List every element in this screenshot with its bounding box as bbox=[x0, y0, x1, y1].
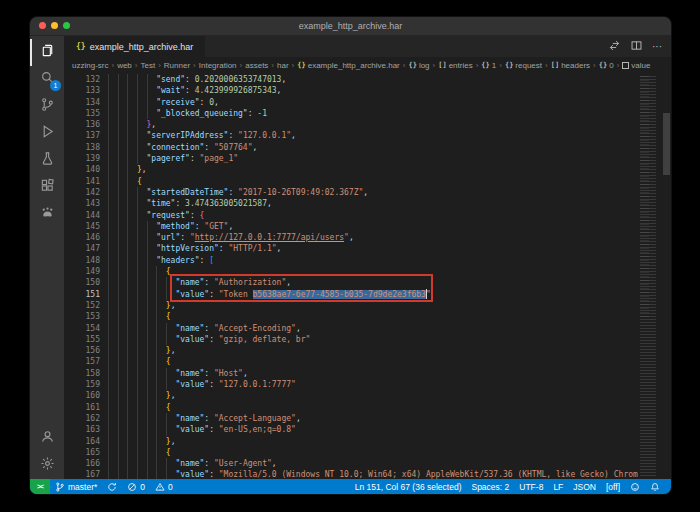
code-line[interactable]: 152 }, bbox=[64, 300, 638, 311]
status-warnings[interactable]: 0 bbox=[150, 479, 178, 494]
more-actions-button[interactable]: ··· bbox=[652, 41, 662, 52]
code-line[interactable]: 156 }, bbox=[64, 345, 638, 356]
activity-run-debug[interactable] bbox=[30, 120, 64, 147]
breadcrumb-item-example-http-archive-har[interactable]: {}example_http_archive.har bbox=[297, 61, 400, 70]
code-line[interactable]: 142 "startedDateTime": "2017-10-26T09:49… bbox=[64, 187, 638, 198]
line-number[interactable]: 155 bbox=[64, 334, 108, 345]
zoom-button[interactable] bbox=[63, 22, 70, 29]
line-number[interactable]: 132 bbox=[64, 74, 108, 85]
line-number[interactable]: 153 bbox=[64, 311, 108, 322]
breadcrumb-item-runner[interactable]: Runner bbox=[164, 61, 190, 70]
code-line[interactable]: 153 { bbox=[64, 311, 638, 322]
close-button[interactable] bbox=[39, 22, 46, 29]
status-indentation[interactable]: Spaces: 2 bbox=[466, 479, 514, 494]
line-number[interactable]: 138 bbox=[64, 142, 108, 153]
activity-testing[interactable] bbox=[30, 147, 64, 174]
status-cursor-position[interactable]: Ln 151, Col 67 (36 selected) bbox=[350, 479, 467, 494]
breadcrumb-item-1[interactable]: {}1 bbox=[481, 61, 496, 70]
split-editor-button[interactable] bbox=[630, 39, 643, 54]
status-language-mode[interactable]: JSON bbox=[568, 479, 601, 494]
code-line[interactable]: 163 "value": "en-US,en;q=0.8" bbox=[64, 424, 638, 435]
line-number[interactable]: 149 bbox=[64, 266, 108, 277]
activity-search[interactable]: 1 bbox=[30, 66, 64, 93]
code-line[interactable]: 147 "httpVersion": "HTTP/1.1", bbox=[64, 243, 638, 254]
line-number[interactable]: 161 bbox=[64, 402, 108, 413]
code-line[interactable]: 151 "value": "Token b5638ae7-6e77-4585-b… bbox=[64, 289, 638, 300]
code-line[interactable]: 150 "name": "Authorization", bbox=[64, 277, 638, 288]
code-line[interactable]: 144 "request": { bbox=[64, 210, 638, 221]
line-number[interactable]: 158 bbox=[64, 368, 108, 379]
status-encoding[interactable]: UTF-8 bbox=[514, 479, 548, 494]
open-changes-button[interactable] bbox=[608, 39, 621, 54]
line-number[interactable]: 163 bbox=[64, 424, 108, 435]
line-number[interactable]: 140 bbox=[64, 164, 108, 175]
line-number[interactable]: 141 bbox=[64, 176, 108, 187]
status-errors[interactable]: 0 bbox=[122, 479, 150, 494]
activity-settings[interactable] bbox=[30, 452, 64, 479]
code-line[interactable]: 132 "send": 0.2020006353747013, bbox=[64, 74, 638, 85]
tab-example-http-archive[interactable]: {} example_http_archive.har bbox=[64, 36, 205, 57]
code-line[interactable]: 162 "name": "Accept-Language", bbox=[64, 413, 638, 424]
status-feedback[interactable] bbox=[625, 479, 645, 494]
vertical-scrollbar[interactable] bbox=[662, 73, 671, 479]
status-sync[interactable] bbox=[102, 479, 122, 494]
activity-explorer[interactable] bbox=[30, 39, 64, 66]
breadcrumb-item-value[interactable]: value bbox=[622, 61, 650, 70]
line-number[interactable]: 135 bbox=[64, 108, 108, 119]
code-line[interactable]: 140 }, bbox=[64, 164, 638, 175]
code-line[interactable]: 161 { bbox=[64, 402, 638, 413]
line-number[interactable]: 133 bbox=[64, 85, 108, 96]
line-number[interactable]: 147 bbox=[64, 243, 108, 254]
activity-source-control[interactable] bbox=[30, 93, 64, 120]
code-line[interactable]: 133 "wait": 4.423999926875343, bbox=[64, 85, 638, 96]
breadcrumb-item-headers[interactable]: []headers bbox=[551, 61, 590, 70]
line-number[interactable]: 139 bbox=[64, 153, 108, 164]
code-line[interactable]: 165 { bbox=[64, 447, 638, 458]
line-number[interactable]: 143 bbox=[64, 198, 108, 209]
line-number[interactable]: 148 bbox=[64, 255, 108, 266]
code-line[interactable]: 137 "serverIPAddress": "127.0.0.1", bbox=[64, 130, 638, 141]
code-editor[interactable]: 132 "send": 0.2020006353747013,133 "wait… bbox=[64, 73, 638, 479]
line-number[interactable]: 157 bbox=[64, 356, 108, 367]
line-number[interactable]: 136 bbox=[64, 119, 108, 130]
code-line[interactable]: 155 "value": "gzip, deflate, br" bbox=[64, 334, 638, 345]
breadcrumb-item-0[interactable]: {}0 bbox=[599, 61, 614, 70]
line-number[interactable]: 167 bbox=[64, 469, 108, 479]
breadcrumb-item-assets[interactable]: assets bbox=[245, 61, 268, 70]
line-number[interactable]: 137 bbox=[64, 130, 108, 141]
code-line[interactable]: 135 "_blocked_queueing": -1 bbox=[64, 108, 638, 119]
line-number[interactable]: 162 bbox=[64, 413, 108, 424]
line-number[interactable]: 152 bbox=[64, 300, 108, 311]
line-number[interactable]: 150 bbox=[64, 277, 108, 288]
code-line[interactable]: 167 "value": "Mozilla/5.0 (Windows NT 10… bbox=[64, 469, 638, 479]
status-screencast-mode[interactable]: [off] bbox=[601, 479, 625, 494]
code-line[interactable]: 143 "time": 3.474363005021587, bbox=[64, 198, 638, 209]
code-line[interactable]: 134 "receive": 0, bbox=[64, 97, 638, 108]
line-number[interactable]: 151 bbox=[64, 289, 108, 300]
code-line[interactable]: 166 "name": "User-Agent", bbox=[64, 458, 638, 469]
code-line[interactable]: 160 }, bbox=[64, 390, 638, 401]
status-remote[interactable]: >< bbox=[30, 479, 50, 494]
line-number[interactable]: 164 bbox=[64, 436, 108, 447]
line-number[interactable]: 142 bbox=[64, 187, 108, 198]
line-number[interactable]: 145 bbox=[64, 221, 108, 232]
minimize-button[interactable] bbox=[51, 22, 58, 29]
code-line[interactable]: 146 "url": "http://127.0.0.1:7777/api/us… bbox=[64, 232, 638, 243]
activity-extensions[interactable] bbox=[30, 174, 64, 201]
code-line[interactable]: 158 "name": "Host", bbox=[64, 368, 638, 379]
scrollbar-thumb[interactable] bbox=[663, 113, 670, 175]
breadcrumb-item-web[interactable]: web bbox=[117, 61, 132, 70]
status-branch[interactable]: master* bbox=[50, 479, 102, 494]
line-number[interactable]: 160 bbox=[64, 390, 108, 401]
code-line[interactable]: 138 "connection": "507764", bbox=[64, 142, 638, 153]
status-notifications[interactable] bbox=[645, 479, 665, 494]
code-line[interactable]: 148 "headers": [ bbox=[64, 255, 638, 266]
line-number[interactable]: 156 bbox=[64, 345, 108, 356]
code-line[interactable]: 145 "method": "GET", bbox=[64, 221, 638, 232]
line-number[interactable]: 166 bbox=[64, 458, 108, 469]
code-line[interactable]: 139 "pageref": "page_1" bbox=[64, 153, 638, 164]
breadcrumb-item-test[interactable]: Test bbox=[140, 61, 155, 70]
code-line[interactable]: 149 { bbox=[64, 266, 638, 277]
status-eol[interactable]: LF bbox=[548, 479, 568, 494]
line-number[interactable]: 146 bbox=[64, 232, 108, 243]
